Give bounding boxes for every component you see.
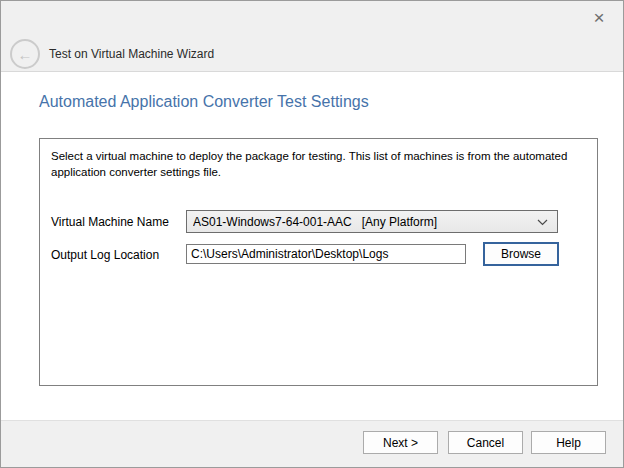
- footer-bar: Next > Cancel Help: [1, 420, 623, 467]
- vm-name-select[interactable]: AS01-Windows7-64-001-AAC [Any Platform]: [186, 210, 558, 233]
- wizard-header: × ← Test on Virtual Machine Wizard: [1, 1, 623, 72]
- close-icon: ×: [593, 8, 604, 27]
- page-heading: Automated Application Converter Test Set…: [39, 93, 369, 111]
- window-title: Test on Virtual Machine Wizard: [49, 47, 214, 61]
- log-location-label: Output Log Location: [51, 248, 159, 262]
- settings-groupbox: Select a virtual machine to deploy the p…: [39, 138, 598, 386]
- wizard-window: × ← Test on Virtual Machine Wizard Autom…: [0, 0, 624, 468]
- log-location-input[interactable]: [186, 244, 466, 264]
- back-button[interactable]: ←: [10, 39, 40, 69]
- help-button[interactable]: Help: [531, 431, 606, 454]
- close-button[interactable]: ×: [583, 4, 615, 30]
- chevron-down-icon: [537, 219, 548, 226]
- browse-button[interactable]: Browse: [483, 242, 559, 266]
- description-text: Select a virtual machine to deploy the p…: [51, 148, 571, 180]
- vm-name-label: Virtual Machine Name: [51, 215, 169, 229]
- cancel-button[interactable]: Cancel: [448, 431, 523, 454]
- vm-name-value: AS01-Windows7-64-001-AAC [Any Platform]: [193, 215, 437, 229]
- next-button[interactable]: Next >: [363, 431, 438, 454]
- back-arrow-icon: ←: [18, 47, 33, 62]
